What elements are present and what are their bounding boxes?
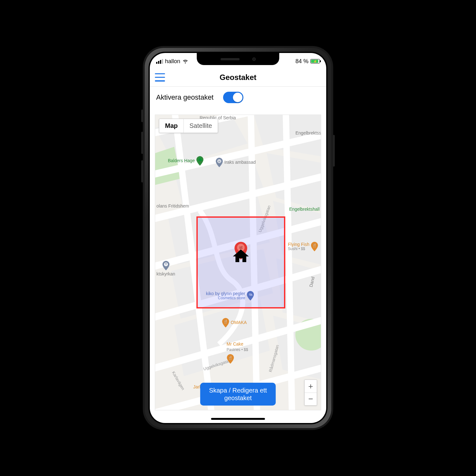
activate-label: Aktivera geostaket — [156, 93, 214, 102]
map-type-map[interactable]: Map — [159, 119, 183, 133]
volume-down-button — [141, 160, 143, 182]
poi-balders-hage[interactable]: Balders Hage 🌲 — [168, 156, 204, 166]
map-fragment: Engelbrektssl — [295, 131, 321, 136]
zoom-in-button[interactable]: + — [305, 380, 317, 393]
menu-button[interactable] — [155, 73, 165, 82]
poi-olans-fritidshem[interactable]: olans Fritidshem — [156, 204, 189, 208]
zoom-control: + − — [304, 380, 317, 406]
wifi-icon — [182, 58, 188, 64]
create-edit-geofence-button[interactable]: Skapa / Redigera ett geostaket — [200, 383, 276, 406]
svg-text:🌲: 🌲 — [197, 157, 202, 162]
battery-percent: 84 % — [295, 58, 308, 65]
activate-toggle[interactable] — [223, 92, 243, 103]
poi-flying-fish[interactable]: Flying Fish Sushi • $$ 🍴 — [288, 242, 318, 251]
battery-icon: ⚡ — [310, 59, 320, 63]
poi-ktskyrkan[interactable]: ✝ ktskyrkan — [156, 261, 175, 276]
notch — [197, 53, 279, 65]
svg-text:🍴: 🍴 — [312, 243, 317, 248]
house-icon — [232, 249, 249, 263]
volume-up-button — [141, 132, 143, 154]
map-type-switch: Map Satellite — [159, 119, 218, 133]
poi-mr-cake[interactable]: Mr Cake Pastries • $$ 🍴 — [227, 342, 248, 364]
svg-text:🍴: 🍴 — [228, 355, 233, 360]
home-indicator — [211, 418, 265, 420]
power-button — [333, 135, 335, 167]
phone-frame: hallon 84 % ⚡ — [143, 46, 333, 430]
signal-icon — [156, 59, 163, 64]
poi-omaka[interactable]: 🍴 OMAKA — [222, 318, 247, 327]
map-container[interactable]: Uggelviksgatan Uggelviksgatan Rådmansgat… — [155, 115, 321, 410]
carrier-label: hallon — [165, 58, 180, 65]
poi-engelbrektshall[interactable]: Engelbrektshall — [289, 207, 320, 212]
activate-row: Aktivera geostaket — [150, 87, 326, 106]
svg-text:🏛: 🏛 — [218, 160, 221, 163]
map-type-satellite[interactable]: Satellite — [183, 119, 218, 133]
svg-text:🍴: 🍴 — [223, 319, 228, 324]
nav-bar: Geostaket — [150, 68, 326, 87]
page-title: Geostaket — [220, 73, 256, 82]
side-button — [141, 109, 143, 122]
home-marker[interactable]: st — [235, 242, 247, 261]
svg-text:✝: ✝ — [164, 262, 168, 267]
zoom-out-button[interactable]: − — [305, 393, 317, 405]
poi-iraks-ambassad[interactable]: 🏛 Iraks ambassad — [215, 158, 256, 167]
